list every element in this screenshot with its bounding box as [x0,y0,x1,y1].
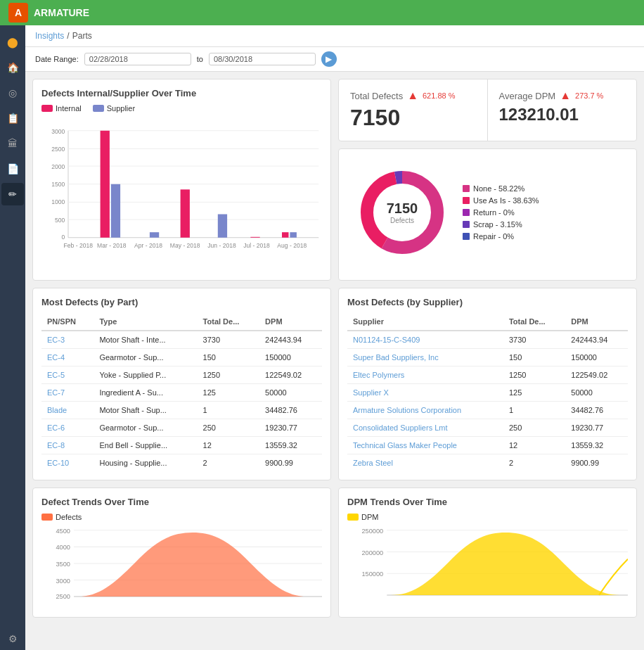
dpm-trends-title: DPM Trends Over Time [347,497,628,507]
bar-supplier-mar [111,184,120,238]
dpm-trends-card: DPM Trends Over Time DPM 250000 20 [338,488,637,618]
part-dpm: 19230.77 [259,419,322,437]
defect-trend-chart-area: 4500 4000 3500 3000 2500 [41,524,322,608]
part-type: Motor Shaft - Inte... [94,331,197,349]
parts-col-type: Type [94,313,197,331]
legend-item-none: None - 58.22% [463,184,539,193]
bar-internal-jul [250,237,259,238]
part-pn[interactable]: EC-7 [41,384,94,402]
legend-label-scrap: Scrap - 3.15% [473,220,522,229]
supplier-total: 3730 [503,331,565,349]
date-to-input[interactable] [209,53,316,65]
supplier-name[interactable]: Supplier X [347,384,503,402]
bar-supplier-jun [218,215,227,238]
supplier-col-total: Total De... [503,313,565,331]
supplier-name[interactable]: Consolidated Suppliers Lmt [347,419,503,437]
supplier-col-name: Supplier [347,313,503,331]
part-pn[interactable]: EC-3 [41,331,94,349]
kpi-row: Total Defects ▲ 621.88 % 7150 Average DP… [338,79,637,141]
defect-legend-item: Defects [41,513,82,521]
date-apply-button[interactable]: ▶ [321,51,337,67]
bar-chart-legend: Internal Supplier [41,104,322,113]
part-total: 3730 [198,331,260,349]
supplier-name[interactable]: Armature Solutions Corporation [347,402,503,419]
legend-item-repair: Repair - 0% [463,232,539,241]
supplier-total: 1 [503,402,565,419]
part-dpm: 50000 [259,384,322,402]
supplier-col-dpm: DPM [565,313,628,331]
sidebar-item-org[interactable]: 🏛 [1,132,24,155]
svg-text:150000: 150000 [361,571,383,578]
dpm-trends-legend: DPM [347,513,628,521]
parts-table-title: Most Defects (by Part) [41,297,322,307]
supplier-total: 1250 [503,367,565,384]
svg-text:200000: 200000 [361,549,383,556]
bar-internal-mar [101,131,110,238]
supplier-name[interactable]: N01124-15-C-S409 [347,331,503,349]
supplier-dpm: 150000 [565,349,628,367]
supplier-name[interactable]: Super Bad Suppliers, Inc [347,349,503,367]
supplier-table: Supplier Total De... DPM N01124-15-C-S40… [347,313,628,471]
donut-chart-container: 7150 Defects [353,163,451,262]
legend-item-scrap: Scrap - 3.15% [463,220,539,229]
supplier-total: 250 [503,419,565,437]
table-row: Super Bad Suppliers, Inc 150 150000 [347,349,628,367]
average-dpm-label-text: Average DPM [499,91,556,101]
legend-color-scrap [463,221,470,228]
sidebar-item-dashboard[interactable]: 🏠 [1,56,24,79]
parts-col-pn: PN/SPN [41,313,94,331]
part-pn[interactable]: EC-10 [41,454,94,472]
part-total: 250 [198,419,260,437]
sidebar-item-home[interactable]: ⬤ [1,31,24,53]
bar-internal-may [181,189,190,237]
dpm-legend-item: DPM [347,513,378,521]
average-dpm-change: 273.7 % [575,91,603,100]
table-row: EC-7 Ingredient A - Su... 125 50000 [41,384,322,402]
sidebar-item-edit[interactable]: ✏ [1,183,24,205]
date-to-label: to [197,55,203,63]
dpm-legend-color [347,514,359,521]
part-pn[interactable]: EC-6 [41,419,94,437]
parts-table-card: Most Defects (by Part) PN/SPN Type Total… [32,288,331,480]
parts-table: PN/SPN Type Total De... DPM EC-3 Motor S… [41,313,322,471]
table-row: Eltec Polymers 1250 122549.02 [347,367,628,384]
part-pn[interactable]: EC-5 [41,367,94,384]
legend-label-none: None - 58.22% [473,184,524,193]
dpm-legend-label: DPM [361,513,378,521]
table-row: Armature Solutions Corporation 1 34482.7… [347,402,628,419]
supplier-total: 2 [503,454,565,472]
part-type: Gearmotor - Sup... [94,419,197,437]
breadcrumb-parent[interactable]: Insights [35,31,64,41]
supplier-dpm: 34482.76 [565,402,628,419]
sidebar-item-docs[interactable]: 📄 [1,158,24,180]
donut-center-value: 7150 [387,200,418,217]
part-dpm: 9900.99 [259,454,322,472]
sidebar: ⬤ 🏠 ◎ 📋 🏛 📄 ✏ ⚙ [0,25,25,625]
part-pn[interactable]: Blade [41,402,94,419]
dpm-trend-area [390,533,620,595]
bar-supplier-apr [150,232,159,238]
svg-text:0: 0 [61,234,65,241]
svg-text:4000: 4000 [56,544,70,551]
part-type: End Bell - Supplie... [94,437,197,454]
supplier-name[interactable]: Eltec Polymers [347,367,503,384]
dashboard: Defects Internal/Supplier Over Time Inte… [25,72,644,625]
kpi-total-label: Total Defects ▲ 621.88 % [350,89,455,102]
part-type: Ingredient A - Su... [94,384,197,402]
bar-internal-aug [282,232,289,238]
sidebar-item-insights[interactable]: ◎ [1,82,24,104]
defect-trend-svg: 4500 4000 3500 3000 2500 [41,524,322,608]
supplier-name[interactable]: Technical Glass Maker People [347,437,503,454]
svg-text:1500: 1500 [51,181,65,188]
app-name: ARMATURE [34,7,89,18]
part-pn[interactable]: EC-4 [41,349,94,367]
supplier-name[interactable]: Zebra Steel [347,454,503,472]
svg-text:2500: 2500 [51,146,65,153]
total-defects-label-text: Total Defects [350,91,403,101]
svg-text:Feb - 2018: Feb - 2018 [64,242,94,249]
date-from-input[interactable] [84,53,191,65]
sidebar-item-reports[interactable]: 📋 [1,107,24,129]
bar-chart-area: 3000 2500 2000 1500 1000 500 0 [41,117,322,272]
breadcrumb: Insights / Parts [25,25,644,47]
part-pn[interactable]: EC-8 [41,437,94,454]
